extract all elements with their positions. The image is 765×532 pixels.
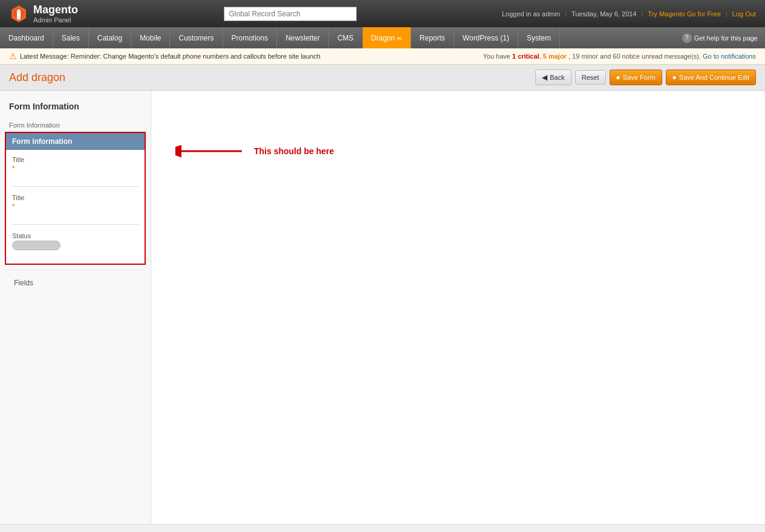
save-continue-button[interactable]: ● Save And Continue Edit [666,70,756,85]
date-text: Tuesday, May 6, 2014 [571,10,637,18]
nav-item-promotions[interactable]: Promotions [223,27,278,48]
search-input[interactable] [224,7,357,21]
alert-icon: ⚠ [9,51,17,61]
page-wrapper: Add dragon ◀ Back Reset ● Save Form ● Sa… [0,65,765,524]
logged-in-text: Logged in as admin [502,10,560,18]
content-area: Form Information Form Information Form i… [0,91,765,524]
status-label: Status [12,232,138,239]
svg-marker-2 [17,9,21,20]
nav-item-sales[interactable]: Sales [53,27,89,48]
sidebar-section-body: Title * Title * Status [6,150,145,264]
nav-item-mobile[interactable]: Mobile [131,27,170,48]
sidebar-fields-section: Fields [5,270,146,296]
form-row-title1: Title * [12,156,138,187]
nav-item-system[interactable]: System [518,27,560,48]
sidebar-form-info-link[interactable]: Form Information [0,118,151,132]
search-area [224,7,357,21]
separator2: | [642,10,643,18]
help-link[interactable]: ? Get help for this page [675,27,765,48]
page-actions: ◀ Back Reset ● Save Form ● Save And Cont… [535,70,756,85]
logout-link[interactable]: Log Out [732,10,756,18]
sidebar-form-section: Form information Title * Title * [5,132,146,265]
try-magento-link[interactable]: Try Magento Go for Free [648,10,721,18]
nav-item-customers[interactable]: Customers [170,27,223,48]
nav-item-dashboard[interactable]: Dashboard [0,27,53,48]
fields-label[interactable]: Fields [14,275,137,291]
logo-brand: Magento [33,4,78,16]
help-icon: ? [682,33,692,43]
main-nav: Dashboard Sales Catalog Mobile Customers… [0,27,765,48]
save-icon: ● [616,73,620,82]
back-button[interactable]: ◀ Back [535,70,571,85]
title1-input[interactable] [12,175,138,187]
sidebar-heading: Form Information [0,97,151,118]
alert-you-have: You have [483,53,510,60]
save-form-button[interactable]: ● Save Form [610,70,662,85]
nav-item-wordpress[interactable]: WordPress (1) [454,27,518,48]
alert-bar: ⚠ Latest Message: Reminder: Change Magen… [0,48,765,65]
back-icon: ◀ [542,73,547,82]
minor-text: , 19 minor and [568,53,613,60]
unread-text: unread message(s). [642,53,703,60]
title1-required: * [12,164,15,173]
magento-logo-icon [9,4,28,24]
critical-count: 1 critical [512,53,539,60]
annotation-arrow [175,139,248,163]
form-row-title2: Title * [12,194,138,225]
major-count: 5 major [543,53,567,60]
nav-item-dragon[interactable]: Dragon ∞ [363,27,411,48]
save-continue-icon: ● [672,73,677,82]
sidebar: Form Information Form Information Form i… [0,91,151,524]
logo-text-area: Magento Admin Panel [33,4,78,24]
separator3: | [726,10,728,18]
logo-subtitle: Admin Panel [33,16,78,24]
page-title: Add dragon [9,71,65,84]
logo-area: Magento Admin Panel [9,4,78,24]
alert-right: You have 1 critical, 5 major , 19 minor … [483,53,756,60]
annotation-text: This should be here [254,146,334,156]
status-toggle-track[interactable] [12,241,60,250]
nav-item-reports[interactable]: Reports [411,27,454,48]
goto-notifications-link[interactable]: Go to notifications [703,53,756,60]
nav-item-cms[interactable]: CMS [329,27,363,48]
annotation-area: This should be here [175,139,753,163]
notice-count: 60 notice [613,53,640,60]
separator1: | [565,10,567,18]
page-header: Add dragon ◀ Back Reset ● Save Form ● Sa… [0,65,765,91]
main-panel: This should be here [151,91,765,524]
header: Magento Admin Panel Logged in as admin |… [0,0,765,27]
title2-input[interactable] [12,213,138,225]
form-row-status: Status [12,232,138,250]
reset-button[interactable]: Reset [575,70,606,85]
status-toggle [12,241,138,250]
title2-label: Title [12,194,138,201]
header-right: Logged in as admin | Tuesday, May 6, 201… [502,10,756,18]
nav-item-catalog[interactable]: Catalog [89,27,131,48]
alert-message: Latest Message: Reminder: Change Magento… [20,53,321,60]
help-text: Get help for this page [694,34,758,42]
sidebar-section-header: Form information [6,133,145,150]
footer: Help Us Keep Magento Healthy – Report Al… [0,524,765,532]
title1-label: Title [12,156,138,163]
nav-item-newsletter[interactable]: Newsletter [277,27,329,48]
alert-left: ⚠ Latest Message: Reminder: Change Magen… [9,51,321,61]
title2-required: * [12,203,15,211]
